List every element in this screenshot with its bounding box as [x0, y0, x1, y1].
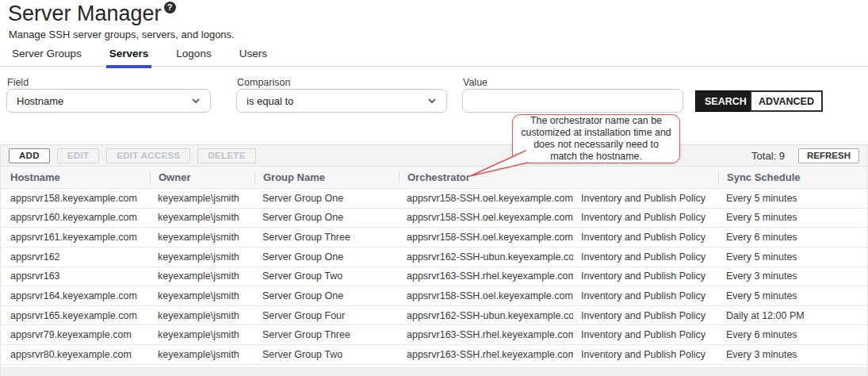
cell-policy: Inventory and Publish Policy [573, 290, 718, 301]
cell-hostname: appsrvr80.keyexample.com [1, 349, 150, 360]
cell-orchestrator: appsrvr163-SSH.rhel.keyexample.com [399, 349, 573, 360]
cell-hostname: appsrvr165.keyexample.com [1, 310, 150, 321]
cell-policy: Inventory and Publish Policy [573, 212, 718, 223]
cell-sync-schedule: Every 3 minutes [718, 349, 868, 360]
tab-logons[interactable]: Logons [173, 48, 214, 68]
cell-hostname: appsrvr79.keyexample.com [1, 329, 150, 340]
cell-orchestrator: appsrvr158-SSH.oel.keyexample.com [399, 212, 573, 223]
cell-owner: keyexample\jsmith [150, 232, 254, 243]
cell-owner: keyexample\jsmith [150, 310, 254, 321]
cell-sync-schedule: Every 3 minutes [718, 270, 868, 282]
cell-sync-schedule: Every 5 minutes [718, 212, 868, 223]
table-toolbar: ADD EDIT EDIT ACCESS DELETE Total: 9 REF… [1, 144, 867, 167]
cell-orchestrator: appsrvr163-SSH.rhel.keyexample.com [399, 329, 573, 340]
column-header-sync-schedule[interactable]: Sync Schedule [718, 171, 868, 183]
table-body: appsrvr158.keyexample.com keyexample\jsm… [1, 189, 867, 365]
column-header-group-name[interactable]: Group Name [254, 171, 399, 183]
cell-policy: Inventory and Publish Policy [573, 251, 718, 263]
cell-sync-schedule: Every 5 minutes [718, 251, 868, 263]
annotation-text: The orchestrator name can be customized … [520, 115, 672, 163]
column-header-hostname[interactable]: Hostname [1, 171, 150, 183]
cell-orchestrator: appsrvr162-SSH-ubun.keyexample.com [399, 251, 573, 263]
cell-group-name: Server Group One [254, 212, 399, 223]
cell-sync-schedule: Daily at 12:00 PM [718, 310, 868, 321]
cell-sync-schedule: Every 6 minutes [718, 329, 868, 340]
table-row[interactable]: appsrvr162 keyexample\jsmith Server Grou… [1, 247, 867, 267]
cell-orchestrator: appsrvr158-SSH.oel.keyexample.com [399, 290, 573, 301]
cell-policy: Inventory and Publish Policy [573, 232, 718, 243]
panel-footer [1, 367, 867, 376]
servers-panel: ADD EDIT EDIT ACCESS DELETE Total: 9 REF… [0, 144, 868, 376]
cell-hostname: appsrvr160.keyexample.com [1, 212, 150, 223]
cell-group-name: Server Group Four [254, 310, 399, 321]
total-count: Total: 9 [751, 150, 785, 162]
table-row[interactable]: appsrvr79.keyexample.com keyexample\jsmi… [1, 325, 867, 345]
cell-group-name: Server Group Three [254, 232, 399, 243]
cell-owner: keyexample\jsmith [150, 270, 254, 282]
cell-owner: keyexample\jsmith [150, 251, 254, 263]
column-header-owner[interactable]: Owner [150, 171, 254, 183]
tab-servers[interactable]: Servers [106, 48, 152, 68]
table-row[interactable]: appsrvr80.keyexample.com keyexample\jsmi… [1, 345, 867, 365]
add-button[interactable]: ADD [9, 148, 50, 163]
annotation-callout: The orchestrator name can be customized … [512, 114, 680, 163]
cell-orchestrator: appsrvr158-SSH.oel.keyexample.com [399, 232, 573, 243]
cell-owner: keyexample\jsmith [150, 290, 254, 301]
table-header-row: Hostname Owner Group Name Orchestrator S… [1, 167, 867, 189]
cell-policy: Inventory and Publish Policy [573, 349, 718, 360]
server-manager-page: Server Manager? Manage SSH server groups… [0, 0, 868, 376]
page-subtitle: Manage SSH server groups, servers, and l… [9, 29, 235, 40]
table-row[interactable]: appsrvr165.keyexample.com keyexample\jsm… [1, 306, 867, 326]
cell-sync-schedule: Every 5 minutes [718, 290, 868, 301]
edit-button[interactable]: EDIT [57, 148, 99, 163]
cell-group-name: Server Group Two [254, 349, 399, 360]
cell-owner: keyexample\jsmith [150, 329, 254, 340]
cell-orchestrator: appsrvr158-SSH.oel.keyexample.com [399, 193, 573, 204]
value-label: Value [463, 77, 488, 88]
cell-hostname: appsrvr161.keyexample.com [1, 232, 150, 243]
cell-group-name: Server Group Three [254, 329, 399, 340]
cell-sync-schedule: Every 6 minutes [718, 232, 868, 243]
table-row[interactable]: appsrvr163 keyexample\jsmith Server Grou… [1, 267, 867, 287]
cell-hostname: appsrvr158.keyexample.com [1, 193, 150, 204]
cell-group-name: Server Group Two [254, 270, 399, 282]
cell-owner: keyexample\jsmith [150, 212, 254, 223]
table-row[interactable]: appsrvr158.keyexample.com keyexample\jsm… [1, 189, 867, 209]
cell-group-name: Server Group One [254, 290, 399, 301]
page-title: Server Manager? [8, 1, 176, 26]
cell-hostname: appsrvr164.keyexample.com [1, 290, 150, 301]
cell-hostname: appsrvr163 [1, 270, 150, 282]
cell-policy: Inventory and Publish Policy [573, 329, 718, 340]
table-row[interactable]: appsrvr160.keyexample.com keyexample\jsm… [1, 209, 867, 228]
cell-owner: keyexample\jsmith [150, 193, 254, 204]
cell-policy: Inventory and Publish Policy [573, 193, 718, 204]
table-row[interactable]: appsrvr161.keyexample.com keyexample\jsm… [1, 228, 867, 247]
field-label: Field [7, 77, 29, 88]
field-select[interactable]: Hostname [6, 89, 211, 113]
cell-policy: Inventory and Publish Policy [573, 310, 718, 321]
comparison-label: Comparison [237, 77, 290, 88]
cell-owner: keyexample\jsmith [150, 349, 254, 360]
comparison-select[interactable]: is equal to [236, 89, 447, 113]
cell-policy: Inventory and Publish Policy [573, 270, 718, 282]
cell-hostname: appsrvr162 [1, 251, 150, 263]
cell-sync-schedule: Every 5 minutes [718, 193, 868, 204]
value-input[interactable] [462, 89, 683, 113]
tab-users[interactable]: Users [236, 48, 270, 68]
edit-access-button[interactable]: EDIT ACCESS [106, 148, 190, 163]
tab-bar: Server Groups Servers Logons Users [9, 48, 270, 68]
cell-group-name: Server Group One [254, 193, 399, 204]
cell-orchestrator: appsrvr163-SSH.rhel.keyexample.com [399, 270, 573, 282]
advanced-button[interactable]: ADVANCED [750, 90, 823, 112]
column-header-orchestrator[interactable]: Orchestrator [399, 171, 573, 183]
tab-server-groups[interactable]: Server Groups [9, 48, 85, 68]
delete-button[interactable]: DELETE [197, 148, 255, 163]
chevron-down-icon [191, 96, 201, 106]
cell-orchestrator: appsrvr162-SSH-ubun.keyexample.com [399, 310, 573, 321]
help-icon[interactable]: ? [164, 2, 176, 13]
search-button[interactable]: SEARCH [695, 90, 756, 112]
cell-group-name: Server Group One [254, 251, 399, 263]
chevron-down-icon [427, 96, 437, 106]
table-row[interactable]: appsrvr164.keyexample.com keyexample\jsm… [1, 286, 867, 306]
refresh-button[interactable]: REFRESH [798, 148, 859, 163]
